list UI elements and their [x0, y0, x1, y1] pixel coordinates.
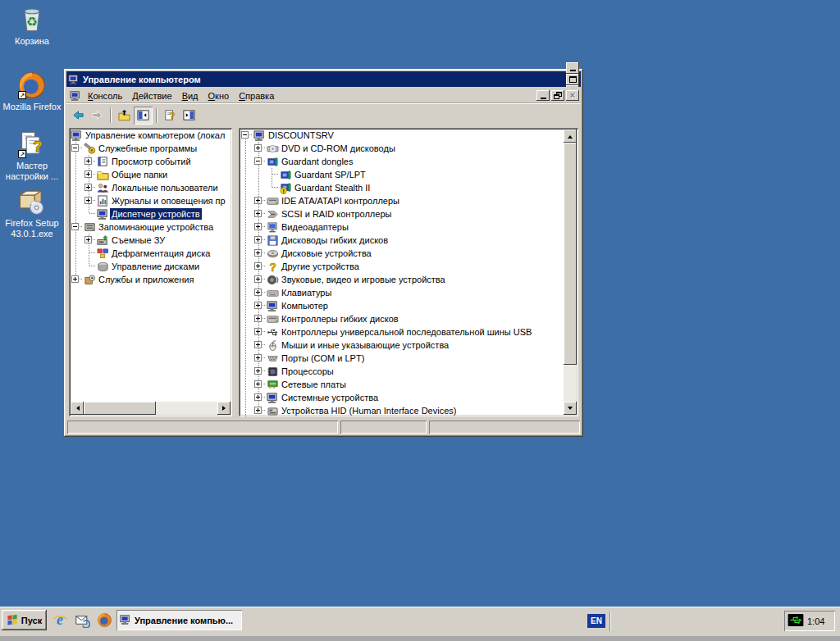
horizontal-scrollbar[interactable]: [71, 402, 231, 415]
show-hide-action-pane-button[interactable]: [180, 107, 199, 125]
minimize-button[interactable]: [566, 62, 579, 74]
expand-button[interactable]: [84, 236, 92, 243]
tree-item[interactable]: DVD и CD-ROM дисководы: [240, 142, 565, 155]
quick-launch-ie[interactable]: e: [52, 612, 68, 628]
collapse-button[interactable]: [71, 144, 79, 152]
tree-item[interactable]: Клавиатуры: [240, 286, 565, 299]
tree-item[interactable]: Процессоры: [240, 365, 565, 378]
scroll-up-button[interactable]: [564, 130, 577, 143]
tree-item[interactable]: Просмотр событий: [70, 155, 232, 168]
expand-button[interactable]: [254, 144, 262, 152]
tree-item[interactable]: Запоминающие устройства: [70, 220, 232, 234]
expand-button[interactable]: [254, 354, 262, 361]
window-titlebar[interactable]: Управление компьютером ×: [66, 71, 581, 87]
tree-item[interactable]: ?Другие устройства: [240, 260, 565, 273]
tree-item[interactable]: Системные устройства: [240, 391, 565, 404]
child-window-icon[interactable]: [70, 90, 81, 102]
tree-item[interactable]: Видеоадаптеры: [240, 220, 565, 234]
menu-окно[interactable]: Окно: [203, 89, 235, 102]
help-button[interactable]: ?: [161, 107, 180, 125]
expand-button[interactable]: [84, 184, 92, 191]
child-minimize-button[interactable]: [536, 90, 550, 101]
expand-button[interactable]: [254, 367, 262, 375]
collapse-button[interactable]: [71, 223, 79, 230]
forward-button[interactable]: [88, 107, 107, 125]
tree-item[interactable]: Порты (COM и LPT): [240, 352, 565, 365]
expand-button[interactable]: [254, 275, 262, 283]
expand-button[interactable]: [71, 275, 79, 283]
tree-item[interactable]: Локальные пользователи: [70, 181, 232, 194]
expand-button[interactable]: [254, 302, 262, 309]
usb-tray-icon[interactable]: [788, 618, 804, 628]
up-one-level-button[interactable]: [115, 107, 134, 125]
maximize-button[interactable]: [566, 74, 579, 85]
tree-item[interactable]: !Guardant Stealth II: [240, 181, 565, 194]
expand-button[interactable]: [254, 197, 262, 204]
quick-launch-outlook-express[interactable]: [75, 612, 90, 628]
taskbar-task-button[interactable]: Управление компью...: [116, 610, 242, 630]
desktop-icon-recycle-bin[interactable]: ♻Корзина: [2, 5, 62, 47]
scroll-right-button[interactable]: [217, 402, 231, 415]
tree-item[interactable]: Компьютер: [240, 299, 565, 312]
tree-item[interactable]: Съемные ЗУ: [70, 234, 232, 247]
collapse-button[interactable]: [254, 157, 262, 165]
expand-button[interactable]: [254, 315, 262, 322]
vertical-scrollbar[interactable]: [564, 130, 577, 415]
language-indicator[interactable]: EN: [587, 614, 605, 628]
tree-item[interactable]: Звуковые, видео и игровые устройства: [240, 273, 565, 286]
expand-button[interactable]: [84, 197, 92, 204]
tree-item[interactable]: Контроллеры универсальной последовательн…: [240, 325, 565, 339]
expand-button[interactable]: [254, 236, 262, 243]
menu-консоль[interactable]: Консоль: [83, 89, 127, 102]
expand-button[interactable]: [254, 328, 262, 335]
horizontal-scrollbar-thumb[interactable]: [84, 402, 156, 415]
tree-item[interactable]: Диспетчер устройств: [70, 207, 232, 220]
expand-button[interactable]: [254, 210, 262, 217]
tree-item[interactable]: Общие папки: [70, 168, 232, 181]
start-button[interactable]: Пуск: [2, 610, 47, 630]
menu-справка[interactable]: Справка: [234, 89, 279, 102]
tree-item[interactable]: Службы и приложения: [70, 273, 232, 286]
tree-item[interactable]: Устройства HID (Human Interface Devices): [240, 404, 565, 416]
desktop-icon-firefox[interactable]: ↗Mozilla Firefox: [2, 70, 62, 112]
tree-item[interactable]: IDE ATA/ATAPI контроллеры: [240, 194, 565, 207]
show-hide-console-tree-button[interactable]: [134, 107, 153, 125]
tree-item[interactable]: Служебные программы: [70, 142, 232, 155]
expand-button[interactable]: [84, 157, 92, 165]
scroll-down-button[interactable]: [564, 402, 577, 415]
tree-connector: [83, 194, 96, 207]
expand-button[interactable]: [254, 289, 262, 296]
expand-button[interactable]: [254, 249, 262, 257]
back-button[interactable]: [69, 107, 88, 125]
expand-button[interactable]: [254, 407, 262, 414]
child-close-disabled-button[interactable]: ×: [566, 90, 579, 101]
tree-item[interactable]: Guardant SP/LPT: [240, 168, 565, 181]
tree-item[interactable]: Контроллеры гибких дисков: [240, 312, 565, 325]
tree-item[interactable]: Управление компьютером (локал: [70, 129, 232, 142]
tree-item[interactable]: Мыши и иные указывающие устройства: [240, 339, 565, 352]
expand-button[interactable]: [254, 223, 262, 230]
quick-launch-firefox[interactable]: [97, 612, 112, 628]
tree-item[interactable]: Журналы и оповещения пр: [70, 194, 232, 207]
tree-item[interactable]: Сетевые платы: [240, 378, 565, 391]
vertical-scrollbar-thumb[interactable]: [564, 143, 577, 365]
tree-item[interactable]: Дисковые устройства: [240, 247, 565, 260]
expand-button[interactable]: [254, 380, 262, 388]
tree-item[interactable]: Guardant dongles: [240, 155, 565, 168]
tree-item[interactable]: DISCOUNTSRV: [240, 129, 565, 142]
expand-button[interactable]: [254, 393, 262, 401]
expand-button[interactable]: [254, 262, 262, 270]
expand-button[interactable]: [254, 341, 262, 348]
scroll-left-button[interactable]: [71, 402, 84, 415]
menu-действие[interactable]: Действие: [127, 89, 176, 102]
desktop-icon-wizard[interactable]: ?↗Мастер настройки ...: [2, 130, 62, 182]
expand-button[interactable]: [84, 170, 92, 178]
desktop-icon-firefox-setup[interactable]: Firefox Setup 43.0.1.exe: [2, 187, 62, 239]
tree-item[interactable]: SCSI и RAID контроллеры: [240, 207, 565, 220]
menu-вид[interactable]: Вид: [177, 89, 203, 102]
collapse-button[interactable]: [241, 131, 249, 139]
tree-item[interactable]: Дефрагментация диска: [70, 247, 232, 260]
tree-item[interactable]: Управление дисками: [70, 260, 232, 273]
child-restore-button[interactable]: [551, 90, 564, 101]
tree-item[interactable]: Дисководы гибких дисков: [240, 234, 565, 247]
